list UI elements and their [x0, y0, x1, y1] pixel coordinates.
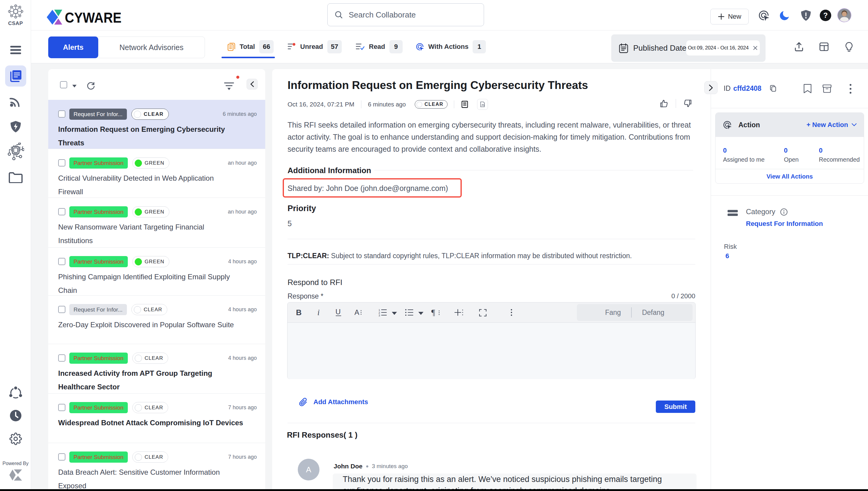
- svg-text:U: U: [336, 308, 341, 316]
- svg-text:¶: ¶: [431, 308, 435, 317]
- svg-text:CYWARE: CYWARE: [65, 10, 121, 25]
- svg-text:A: A: [354, 309, 359, 316]
- svg-text:B: B: [296, 309, 302, 316]
- svg-text:3: 3: [378, 314, 380, 316]
- svg-text:?: ?: [824, 11, 828, 19]
- svg-text:i: i: [317, 309, 320, 316]
